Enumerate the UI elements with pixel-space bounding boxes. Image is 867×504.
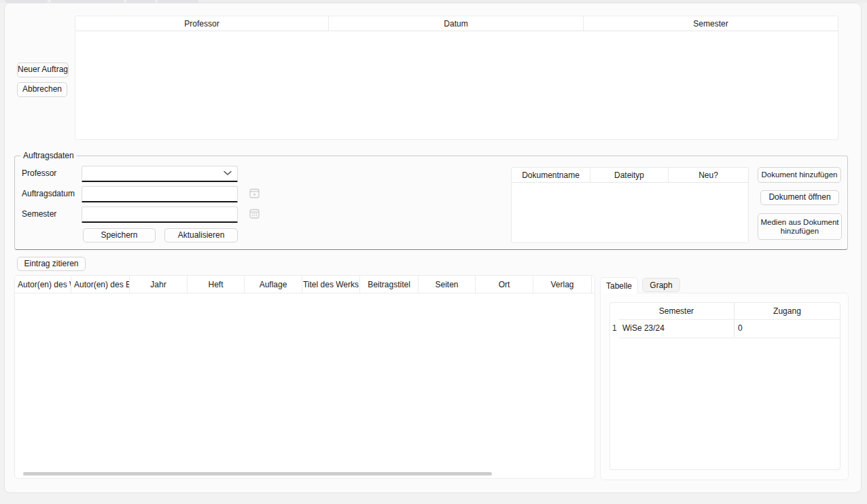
column-header-datum[interactable]: Datum <box>329 16 584 31</box>
save-button[interactable]: Speichern <box>83 228 156 242</box>
cell-zugang[interactable]: 0 <box>734 319 840 337</box>
order-date-calendar-button[interactable] <box>249 187 260 198</box>
citations-table-header: Autor(en) des Werks Autor(en) des Beitra… <box>15 276 595 293</box>
application-window: Professor Datum Semester Neuer Auftrag A… <box>4 3 862 493</box>
calendar-grid-icon <box>249 209 260 219</box>
column-header-semester[interactable]: Semester <box>619 303 734 319</box>
semester-calendar-button[interactable] <box>249 208 260 219</box>
stats-table-header: Semester Zugang <box>610 303 840 319</box>
column-header-professor[interactable]: Professor <box>75 16 329 31</box>
column-header-verlag[interactable]: Verlag <box>533 276 592 293</box>
professor-combobox[interactable] <box>82 166 238 182</box>
orders-table-body[interactable] <box>75 31 838 140</box>
column-header-seiten[interactable]: Seiten <box>419 276 476 293</box>
table-row[interactable]: 1 WiSe 23/24 0 <box>610 319 840 337</box>
column-header-auflage[interactable]: Auflage <box>245 276 302 293</box>
column-header-dokumentname[interactable]: Dokumentname <box>512 168 590 182</box>
semester-label: Semester <box>22 209 56 219</box>
cell-semester[interactable]: WiSe 23/24 <box>619 323 734 333</box>
calendar-day-icon <box>249 188 260 198</box>
new-order-button[interactable]: Neuer Auftrag <box>17 62 69 77</box>
row-number: 1 <box>610 323 619 333</box>
order-date-label: Auftragsdatum <box>22 188 75 199</box>
row-divider <box>619 338 840 338</box>
cancel-button[interactable]: Abbrechen <box>17 82 67 97</box>
chevron-down-icon <box>224 170 232 176</box>
add-document-button[interactable]: Dokument hinzufügen <box>758 167 841 183</box>
tab-tabelle[interactable]: Tabelle <box>600 277 638 293</box>
stats-tab-pane: Semester Zugang 1 WiSe 23/24 0 <box>600 293 849 480</box>
add-media-from-document-button[interactable]: Medien aus Dokument hinzufügen <box>758 213 842 240</box>
semester-input[interactable] <box>82 206 238 223</box>
citations-table: Autor(en) des Werks Autor(en) des Beitra… <box>14 275 595 479</box>
professor-label: Professor <box>22 168 56 179</box>
column-header-autoren-beitrag[interactable]: Autor(en) des Beitrags <box>71 276 130 293</box>
column-header-dateityp[interactable]: Dateityp <box>590 168 669 182</box>
column-header-beitragstitel[interactable]: Beitragstitel <box>360 276 419 293</box>
open-document-button[interactable]: Dokument öffnen <box>760 190 839 205</box>
order-data-groupbox: Auftragsdaten Professor Auftragsdatum Se… <box>14 156 848 250</box>
cite-entry-button[interactable]: Eintrag zitieren <box>17 257 86 271</box>
column-header-autoren-werk[interactable]: Autor(en) des Werks <box>15 276 71 293</box>
orders-table: Professor Datum Semester <box>75 16 838 140</box>
documents-table: Dokumentname Dateityp Neu? <box>511 167 749 243</box>
citations-table-body[interactable] <box>15 293 595 471</box>
semester-stats-table: Semester Zugang 1 WiSe 23/24 0 <box>609 302 841 470</box>
groupbox-title: Auftragsdaten <box>20 151 77 160</box>
column-header-zugang[interactable]: Zugang <box>734 303 840 319</box>
update-button[interactable]: Aktualisieren <box>164 228 238 242</box>
horizontal-scrollbar[interactable] <box>23 472 492 475</box>
column-header-jahr[interactable]: Jahr <box>130 276 188 293</box>
column-header-semester[interactable]: Semester <box>584 16 838 31</box>
documents-table-header: Dokumentname Dateityp Neu? <box>512 168 748 183</box>
tab-graph[interactable]: Graph <box>642 278 680 292</box>
column-header-neu[interactable]: Neu? <box>669 168 748 182</box>
header-divider <box>619 319 840 320</box>
order-date-input[interactable] <box>82 186 238 202</box>
column-header-ort[interactable]: Ort <box>476 276 533 293</box>
column-header-heft[interactable]: Heft <box>188 276 245 293</box>
documents-table-body[interactable] <box>512 183 748 242</box>
orders-table-header: Professor Datum Semester <box>75 16 838 31</box>
column-header-titel-des-werks[interactable]: Titel des Werks <box>302 276 360 293</box>
